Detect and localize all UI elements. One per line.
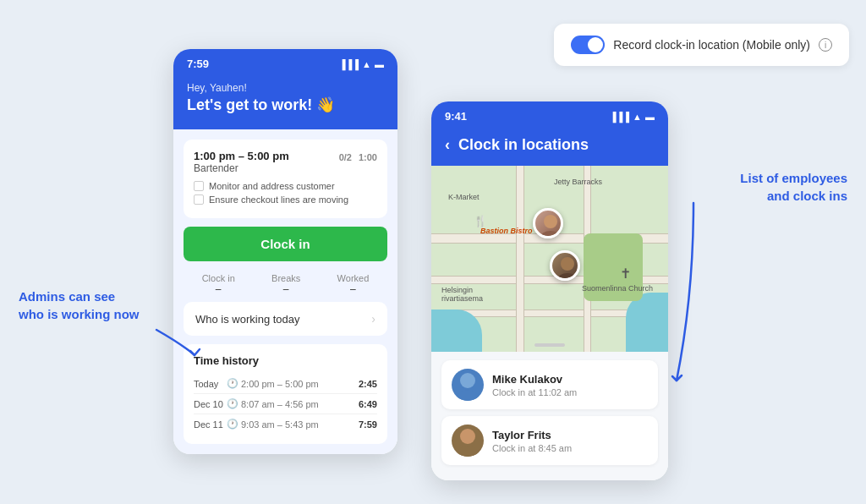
- drag-handle: [534, 343, 565, 347]
- map-label-suomenlinna: Suomenlinna Church: [582, 284, 653, 293]
- stat-worked-value: –: [337, 283, 370, 295]
- stat-breaks: Breaks –: [271, 273, 300, 295]
- wifi-icon: ▲: [362, 59, 371, 69]
- svg-point-7: [457, 446, 479, 457]
- restaurant-icon: 🍴: [474, 215, 487, 227]
- history-time-0: 🕐 2:00 pm – 5:00 pm: [223, 378, 359, 389]
- employee-card-0[interactable]: Mike Kulakov Clock in at 11:02 am: [441, 360, 658, 409]
- map-label-helsingin: Helsinginrivartiasema: [441, 286, 483, 303]
- phone-left-header: Hey, Yauhen! Let's get to work! 👋: [173, 77, 397, 129]
- phone-right: 9:41 ▐▐▐ ▲ ▬ ‹ Clock in locations K-Mark…: [431, 101, 668, 480]
- shift-time: 1:00 pm – 5:00 pm: [194, 150, 289, 162]
- stat-clock-in: Clock in –: [202, 273, 235, 295]
- phone-right-header: ‹ Clock in locations: [431, 128, 668, 166]
- task-checkbox-2[interactable]: [194, 194, 204, 205]
- clock-icon-0: 🕐: [227, 378, 238, 389]
- task-checkbox-1[interactable]: [194, 181, 204, 191]
- road-v-1: [516, 166, 524, 352]
- stat-worked-label: Worked: [337, 273, 370, 283]
- signal-icon: ▐▐▐: [339, 59, 359, 69]
- history-row-1: Dec 10 🕐 8:07 am – 4:56 pm 6:49: [194, 394, 377, 414]
- employee-clock-1: Clock in at 8:45 am: [492, 443, 572, 453]
- annotation-left: Admins can seewho is working now: [19, 288, 140, 323]
- time-history-title: Time history: [194, 354, 377, 367]
- employee-avatar-0: [452, 369, 484, 401]
- employee-clock-0: Clock in at 11:02 am: [492, 387, 577, 397]
- svg-point-5: [457, 390, 479, 401]
- toggle-switch[interactable]: [571, 36, 605, 54]
- status-bar-right: 9:41 ▐▐▐ ▲ ▬: [431, 101, 668, 128]
- time-history-card: Time history Today 🕐 2:00 pm – 5:00 pm 2…: [184, 344, 387, 444]
- clock-stats: Clock in – Breaks – Worked –: [184, 270, 387, 302]
- map-pin-1: [533, 208, 563, 238]
- phone-left-body: 1:00 pm – 5:00 pm 0/2 1:00 Bartender Mon…: [173, 129, 397, 454]
- history-duration-1: 6:49: [359, 399, 377, 409]
- employee-avatar-1: [452, 425, 484, 457]
- chevron-right-icon: ›: [371, 312, 375, 326]
- task-2: Ensure checkout lines are moving: [194, 194, 377, 205]
- wifi-icon-r: ▲: [633, 112, 642, 122]
- shift-time-row: 1:00 pm – 5:00 pm 0/2 1:00: [194, 150, 377, 162]
- who-working-label: Who is working today: [195, 313, 300, 326]
- status-time-left: 7:59: [187, 58, 209, 70]
- stat-worked: Worked –: [337, 273, 370, 295]
- stat-breaks-label: Breaks: [271, 273, 300, 283]
- greeting-text: Hey, Yauhen!: [187, 82, 384, 94]
- info-icon[interactable]: i: [819, 38, 832, 52]
- map-label-bastion: Bastion Bistro: [480, 227, 533, 235]
- back-arrow-icon[interactable]: ‹: [445, 136, 450, 154]
- battery-icon: ▬: [375, 59, 384, 69]
- map-label-kmarket: K-Market: [448, 193, 480, 201]
- header-subtitle: Let's get to work! 👋: [187, 96, 384, 114]
- clock-icon-1: 🕐: [227, 398, 238, 409]
- shift-role: Bartender: [194, 162, 377, 174]
- water-right: [626, 293, 668, 352]
- history-time-1: 🕐 8:07 am – 4:56 pm: [223, 398, 359, 409]
- right-header-title: Clock in locations: [458, 136, 589, 154]
- history-row-2: Dec 11 🕐 9:03 am – 5:43 pm 7:59: [194, 414, 377, 434]
- status-time-right: 9:41: [445, 110, 467, 123]
- status-icons-left: ▐▐▐ ▲ ▬: [339, 59, 384, 69]
- employee-info-1: Taylor Frits Clock in at 8:45 am: [492, 429, 572, 453]
- employee-info-0: Mike Kulakov Clock in at 11:02 am: [492, 373, 577, 397]
- shift-meta: 0/2 1:00: [339, 152, 377, 162]
- signal-icon-r: ▐▐▐: [610, 112, 629, 122]
- history-row-0: Today 🕐 2:00 pm – 5:00 pm 2:45: [194, 374, 377, 394]
- clock-icon-2: 🕐: [227, 419, 238, 430]
- svg-point-2: [561, 257, 574, 271]
- task-label-2: Ensure checkout lines are moving: [209, 194, 348, 205]
- map-area: K-Market Jetty Barracks Bastion Bistro H…: [431, 166, 668, 352]
- church-cross-icon: ✝: [620, 266, 631, 282]
- employees-list: Mike Kulakov Clock in at 11:02 am Taylor…: [431, 352, 668, 480]
- task-1: Monitor and address customer: [194, 181, 377, 191]
- history-duration-0: 2:45: [359, 379, 377, 389]
- history-date-1: Dec 10: [194, 399, 223, 409]
- status-bar-left: 7:59 ▐▐▐ ▲ ▬: [173, 49, 397, 77]
- battery-icon-r: ▬: [645, 112, 655, 122]
- history-date-0: Today: [194, 379, 223, 389]
- svg-point-0: [544, 215, 557, 228]
- employee-card-1[interactable]: Taylor Frits Clock in at 8:45 am: [441, 416, 658, 465]
- svg-point-6: [460, 429, 475, 444]
- stat-breaks-value: –: [271, 283, 300, 295]
- toggle-label: Record clock-in location (Mobile only): [613, 38, 810, 52]
- map-label-jetty: Jetty Barracks: [554, 178, 602, 186]
- history-time-2: 🕐 9:03 am – 5:43 pm: [223, 419, 359, 430]
- toggle-card: Record clock-in location (Mobile only) i: [554, 24, 849, 66]
- map-pin-2: [550, 250, 580, 281]
- employee-name-1: Taylor Frits: [492, 429, 572, 441]
- employee-name-0: Mike Kulakov: [492, 373, 577, 386]
- svg-point-4: [460, 373, 475, 388]
- history-date-2: Dec 11: [194, 419, 223, 430]
- stat-clock-in-label: Clock in: [202, 273, 235, 283]
- task-label-1: Monitor and address customer: [209, 181, 335, 191]
- annotation-right: List of employeesand clock ins: [740, 169, 847, 205]
- clock-in-button[interactable]: Clock in: [184, 227, 387, 261]
- shift-card: 1:00 pm – 5:00 pm 0/2 1:00 Bartender Mon…: [184, 140, 387, 218]
- who-working-row[interactable]: Who is working today ›: [184, 302, 387, 336]
- stat-clock-in-value: –: [202, 283, 235, 295]
- status-icons-right: ▐▐▐ ▲ ▬: [610, 112, 655, 122]
- clock-meta: 1:00: [359, 152, 377, 162]
- phone-left: 7:59 ▐▐▐ ▲ ▬ Hey, Yauhen! Let's get to w…: [173, 49, 397, 454]
- history-duration-2: 7:59: [359, 419, 377, 430]
